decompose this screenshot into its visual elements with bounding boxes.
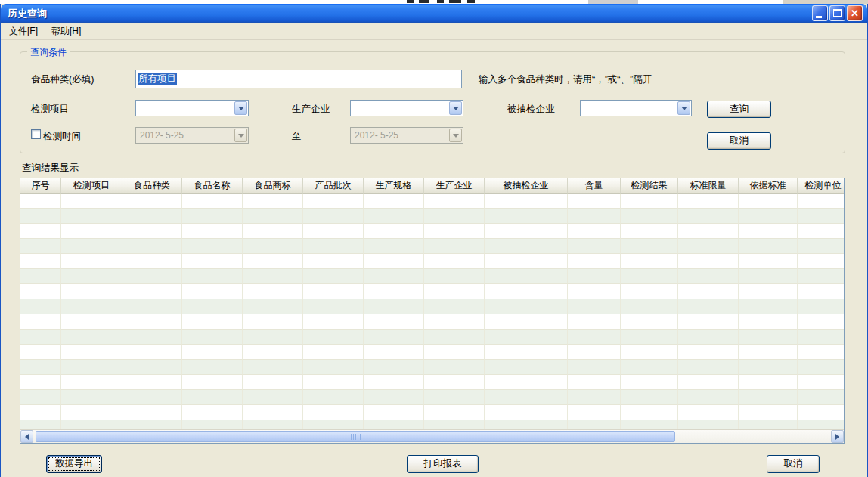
table-cell	[621, 224, 678, 239]
table-cell	[485, 390, 568, 405]
table-cell	[739, 314, 798, 330]
table-cell	[739, 224, 798, 239]
table-cell	[364, 420, 424, 429]
column-header[interactable]: 检测项目	[61, 178, 122, 194]
table-cell	[678, 314, 739, 330]
table-cell	[303, 299, 364, 314]
table-cell	[364, 405, 424, 420]
table-cell	[485, 345, 568, 360]
titlebar[interactable]: 历史查询 ✕	[1, 4, 867, 23]
table-cell	[568, 269, 621, 284]
print-report-button[interactable]: 打印报表	[407, 455, 479, 473]
chevron-down-icon[interactable]	[449, 101, 462, 115]
table-cell	[182, 360, 243, 375]
table-cell	[243, 360, 303, 375]
scrollbar-track[interactable]	[33, 430, 831, 443]
cancel-button[interactable]: 取消	[767, 455, 820, 473]
table-cell	[485, 405, 568, 420]
test-time-checkbox[interactable]	[31, 129, 41, 139]
table-cell	[568, 405, 621, 420]
chevron-down-icon[interactable]	[234, 101, 247, 115]
horizontal-scrollbar[interactable]	[20, 429, 844, 443]
menu-help[interactable]: 帮助[H]	[45, 22, 88, 41]
table-cell	[798, 224, 844, 239]
table-cell	[61, 299, 122, 314]
column-header[interactable]: 生产规格	[364, 178, 424, 194]
table-cell	[61, 390, 122, 405]
column-header[interactable]: 生产企业	[424, 178, 485, 194]
results-table-header: 序号检测项目食品种类食品名称食品商标产品批次生产规格生产企业被抽检企业含量检测结…	[20, 178, 844, 194]
column-header[interactable]: 食品种类	[122, 178, 182, 194]
table-cell	[364, 269, 424, 284]
table-cell	[303, 405, 364, 420]
table-cell	[678, 269, 739, 284]
table-cell	[798, 405, 844, 420]
table-cell	[568, 209, 621, 224]
table-cell	[568, 254, 621, 269]
column-header[interactable]: 食品商标	[243, 178, 303, 194]
table-cell	[61, 330, 122, 345]
table-cell	[621, 330, 678, 345]
date-from-picker: 2012- 5-25	[135, 127, 249, 144]
table-cell	[485, 269, 568, 284]
table-cell	[182, 390, 243, 405]
table-cell	[20, 299, 61, 314]
column-header[interactable]: 检测单位	[798, 178, 844, 194]
table-cell	[485, 209, 568, 224]
column-header[interactable]: 含量	[568, 178, 621, 194]
table-cell	[485, 194, 568, 209]
column-header[interactable]: 检测结果	[621, 178, 678, 194]
table-cell	[678, 420, 739, 429]
maximize-button[interactable]	[829, 5, 845, 21]
table-cell	[303, 284, 364, 299]
table-cell	[678, 330, 739, 345]
table-cell	[424, 390, 485, 405]
chevron-down-icon[interactable]	[677, 101, 690, 115]
test-item-dropdown[interactable]	[135, 100, 249, 116]
table-cell	[424, 194, 485, 209]
table-cell	[122, 284, 182, 299]
table-cell	[122, 345, 182, 360]
table-cell	[303, 360, 364, 375]
results-table-body	[20, 194, 844, 429]
table-cell	[61, 360, 122, 375]
table-cell	[678, 360, 739, 375]
query-button[interactable]: 查询	[707, 101, 771, 118]
menu-file[interactable]: 文件[F]	[2, 22, 45, 41]
table-cell	[20, 209, 61, 224]
table-cell	[678, 194, 739, 209]
column-header[interactable]: 依据标准	[739, 178, 798, 194]
table-cell	[303, 194, 364, 209]
sampled-company-dropdown[interactable]	[580, 100, 692, 116]
table-cell	[243, 209, 303, 224]
table-cell	[182, 239, 243, 254]
table-cell	[621, 390, 678, 405]
table-cell	[621, 405, 678, 420]
table-cell	[485, 254, 568, 269]
scrollbar-thumb[interactable]	[36, 431, 675, 442]
producer-dropdown[interactable]	[350, 100, 463, 116]
column-header[interactable]: 序号	[20, 178, 61, 194]
table-row	[20, 194, 844, 209]
minimize-button[interactable]	[812, 5, 828, 21]
column-header[interactable]: 标准限量	[678, 178, 739, 194]
close-button[interactable]: ✕	[847, 5, 863, 21]
window-title: 历史查询	[8, 7, 47, 20]
food-type-input[interactable]: 所有项目	[135, 70, 462, 88]
scroll-right-button[interactable]	[831, 430, 844, 443]
table-cell	[739, 345, 798, 360]
scroll-left-button[interactable]	[20, 430, 33, 443]
table-cell	[424, 330, 485, 345]
table-cell	[739, 360, 798, 375]
column-header[interactable]: 被抽检企业	[485, 178, 568, 194]
cancel-query-button[interactable]: 取消	[707, 132, 771, 150]
column-header[interactable]: 食品名称	[182, 178, 243, 194]
table-cell	[678, 375, 739, 390]
column-header[interactable]: 产品批次	[303, 178, 364, 194]
table-cell	[20, 420, 61, 429]
export-data-button[interactable]: 数据导出	[46, 455, 102, 473]
food-type-hint: 输入多个食品种类时，请用“，”或“、”隔开	[479, 73, 652, 86]
table-cell	[122, 420, 182, 429]
table-cell	[243, 375, 303, 390]
table-cell	[243, 420, 303, 429]
